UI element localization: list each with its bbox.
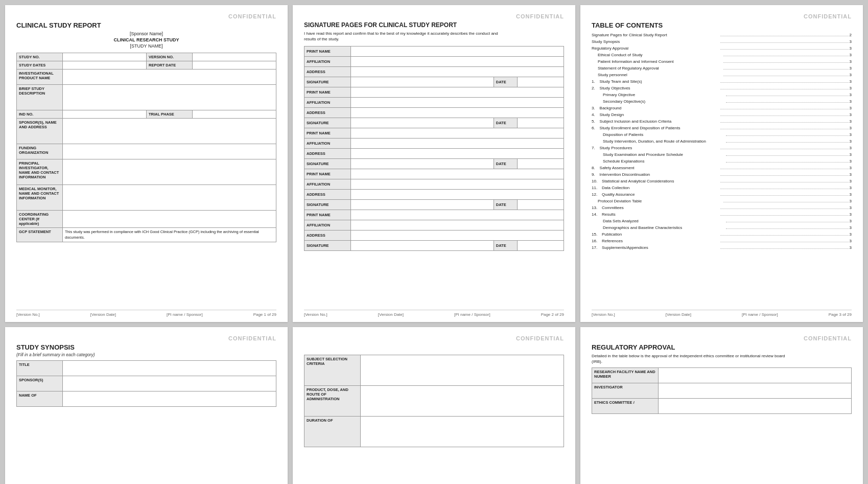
sig-row: AFFILIATION (304, 98, 564, 108)
toc-item: 15. Publication3 (592, 232, 852, 238)
label-duration-of: DURATION OF (304, 417, 361, 447)
value-gcp: This study was performed in compliance w… (63, 228, 276, 242)
table-row: COORDINATING CENTER (If applicable) (17, 211, 276, 228)
value-affil-5 (351, 220, 564, 231)
label-date-3: DATE (494, 159, 517, 169)
page-2-footer: [Version No.] [Version Date] [PI name / … (304, 310, 564, 317)
toc-item: 8. Safety Assessment3 (592, 165, 852, 171)
label-addr-4: ADDRESS (304, 190, 351, 200)
label-print-name-4: PRINT NAME (304, 169, 351, 179)
sig-row: PRINT NAME (304, 210, 564, 220)
label-study-dates: STUDY DATES (17, 61, 63, 70)
value-print-name-4 (351, 169, 564, 179)
pages-grid: CONFIDENTIAL CLINICAL STUDY REPORT [Spon… (5, 5, 863, 484)
label-ethics-comm: ETHICS COMMITTEE / (592, 399, 659, 414)
label-sponsors: SPONSOR(S) (17, 376, 63, 391)
page-1-footer: [Version No.] [Version Date] [PI name / … (16, 310, 276, 317)
label-sponsor-addr: SPONSOR(S), NAME AND ADDRESS (17, 119, 63, 144)
toc-item: 11. Data Collection3 (592, 185, 852, 191)
reg-form-table: RESEARCH FACILITY NAME AND NUMBER INVEST… (592, 367, 852, 414)
label-affil-5: AFFILIATION (304, 220, 351, 231)
sig-row: ADDRESS (304, 190, 564, 200)
table-row: DURATION OF (304, 417, 564, 447)
value-print-name-2 (351, 87, 564, 98)
label-print-name-5: PRINT NAME (304, 210, 351, 220)
label-affil-2: AFFILIATION (304, 98, 351, 108)
confidential-stamp-4: CONFIDENTIAL (228, 335, 276, 341)
sig-row: ADDRESS (304, 231, 564, 241)
value-addr-5 (351, 231, 564, 241)
toc-item: Schedule Explanations3 (592, 158, 852, 165)
toc-item: 1. Study Team and Site(s)3 (592, 79, 852, 85)
value-sig-4 (351, 200, 494, 210)
sig-row: AFFILIATION (304, 179, 564, 190)
confidential-stamp-6: CONFIDENTIAL (804, 335, 852, 341)
value-subj-sel (361, 355, 564, 386)
sig-row: SIGNATUREDATE (304, 159, 564, 169)
synopsis-form-table: TITLE SPONSOR(S) NAME OF (16, 360, 276, 407)
label-version-no: VERSION NO. (146, 53, 192, 61)
footer-version-no: [Version No.] (16, 312, 40, 317)
label-inv-product: INVESTIGATIONAL PRODUCT NAME (17, 70, 63, 85)
value-study-dates (63, 61, 147, 70)
label-affil-1: AFFILIATION (304, 57, 351, 67)
toc-item: 2. Study Objectives3 (592, 85, 852, 91)
sponsor-name: [Sponsor Name] (16, 31, 276, 36)
footer-version-no: [Version No.] (304, 312, 327, 317)
label-affil-4: AFFILIATION (304, 179, 351, 190)
value-date-2 (517, 118, 564, 128)
table-row: GCP STATEMENT This study was performed i… (17, 228, 276, 242)
label-name-of: NAME OF (17, 391, 63, 407)
toc-item: 3. Background3 (592, 105, 852, 111)
synopsis-subtitle: (Fill in a brief summary in each categor… (16, 352, 276, 357)
page-1: CONFIDENTIAL CLINICAL STUDY REPORT [Spon… (5, 5, 288, 322)
sig-row: AFFILIATION (304, 139, 564, 149)
page-3-footer: [Version No.] [Version Date] [PI name / … (592, 310, 852, 317)
value-study-no (63, 53, 147, 61)
toc-item: 10. Statistical and Analytical Considera… (592, 178, 852, 185)
value-funding (63, 144, 276, 159)
toc-item: Study Synopsis3 (592, 39, 852, 45)
label-addr-1: ADDRESS (304, 67, 351, 77)
table-row: SUBJECT SELECTION CRITERIA (304, 355, 564, 386)
label-affil-3: AFFILIATION (304, 139, 351, 149)
label-addr-3: ADDRESS (304, 149, 351, 159)
label-sig-5: SIGNATURE (304, 241, 351, 251)
value-brief-desc (63, 85, 276, 110)
label-title: TITLE (17, 361, 63, 376)
toc-item: 13. Committees3 (592, 205, 852, 211)
label-funding: FUNDING ORGANIZATION (17, 144, 63, 159)
toc-item: Study Examination and Procedure Schedule… (592, 152, 852, 158)
sig-row: AFFILIATION (304, 57, 564, 67)
toc-item: Study Intervention, Duration, and Route … (592, 139, 852, 145)
label-print-name-2: PRINT NAME (304, 87, 351, 98)
footer-pi-sponsor: [PI name / Sponsor] (742, 312, 778, 317)
table-row: FUNDING ORGANIZATION (17, 144, 276, 159)
value-trial-phase (192, 110, 276, 119)
value-print-name-1 (351, 47, 564, 57)
value-addr-4 (351, 190, 564, 200)
value-version-no (192, 53, 276, 61)
value-sig-2 (351, 118, 494, 128)
label-addr-2: ADDRESS (304, 108, 351, 118)
footer-version-date: [Version Date] (378, 312, 404, 317)
label-subj-sel: SUBJECT SELECTION CRITERIA (304, 355, 361, 386)
toc-item: Study personnel3 (592, 72, 852, 78)
toc-item: 17. Supplements/Appendices3 (592, 245, 852, 251)
label-sig-2: SIGNATURE (304, 118, 351, 128)
value-sig-1 (351, 77, 494, 87)
table-row: STUDY DATES REPORT DATE (17, 61, 276, 70)
label-sig-4: SIGNATURE (304, 200, 351, 210)
sig-row: SIGNATUREDATE (304, 200, 564, 210)
reg-title: REGULATORY APPROVAL (592, 343, 852, 351)
value-addr-3 (351, 149, 564, 159)
page-2: CONFIDENTIAL SIGNATURE PAGES FOR CLINICA… (293, 5, 575, 322)
toc-item: 12. Quality Assurance3 (592, 192, 852, 198)
value-addr-2 (351, 108, 564, 118)
page-5: CONFIDENTIAL SUBJECT SELECTION CRITERIA … (293, 327, 575, 484)
value-report-date (192, 61, 276, 70)
label-ind-no: IND NO. (17, 110, 63, 119)
footer-page: Page 1 of 29 (253, 312, 276, 317)
page-2-title: SIGNATURE PAGES FOR CLINICAL STUDY REPOR… (304, 21, 564, 29)
table-row: ETHICS COMMITTEE / (592, 399, 852, 414)
